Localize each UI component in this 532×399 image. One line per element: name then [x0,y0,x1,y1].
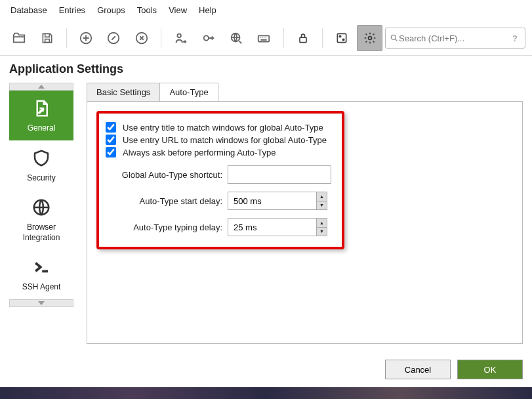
separator [66,28,67,48]
menu-view[interactable]: View [163,3,192,18]
cancel-button[interactable]: Cancel [385,360,451,379]
ok-button[interactable]: OK [457,360,523,379]
spinner-typing-delay: ▲ ▼ [228,218,327,236]
tabs: Basic Settings Auto-Type [87,83,523,102]
globe-icon [31,198,51,217]
globe-arrow-icon [229,31,243,45]
spinner-down[interactable]: ▼ [316,201,327,210]
copy-password-button[interactable] [195,25,220,51]
menu-groups[interactable]: Groups [92,3,131,18]
checkbox-always-ask[interactable] [106,147,116,158]
menubar: Database Entries Groups Tools View Help [0,0,532,21]
key-icon [201,31,216,45]
separator [283,28,284,48]
search-help-icon[interactable]: ? [509,32,521,44]
lock-icon [297,32,310,45]
tab-panel: Use entry title to match windows for glo… [87,101,523,344]
dice-icon [335,32,348,45]
svg-point-11 [342,39,344,41]
open-url-button[interactable] [224,25,249,51]
svg-rect-8 [300,37,306,42]
tab-basic-settings[interactable]: Basic Settings [87,83,160,102]
page-title: Application Settings [0,56,532,83]
sidebar-item-general[interactable]: General [9,91,73,140]
user-arrow-icon [173,31,188,45]
sidebar-item-ssh[interactable]: SSH Agent [9,249,73,299]
menu-help[interactable]: Help [194,3,222,18]
sidebar-item-browser[interactable]: Browser Integration [9,190,73,249]
menu-database[interactable]: Database [5,3,52,18]
spinner-start-delay: ▲ ▼ [228,192,327,210]
shield-icon [31,148,51,168]
checkbox-row-title-match: Use entry title to match windows for glo… [106,122,331,133]
sidebar-item-label: SSH Agent [22,282,61,293]
sidebar-item-label: General [28,123,56,134]
folder-open-icon [12,31,26,45]
terminal-icon [31,257,51,277]
dialog-footer: Cancel OK [385,360,523,379]
svg-point-12 [368,37,371,40]
row-start-delay: Auto-Type start delay: ▲ ▼ [106,192,331,210]
spinner-down[interactable]: ▼ [316,228,327,236]
spinner-up[interactable]: ▲ [316,219,327,228]
tab-auto-type[interactable]: Auto-Type [160,83,218,102]
checkbox-row-always-ask: Always ask before performing Auto-Type [106,147,331,158]
checkbox-label: Use entry URL to match windows for globa… [123,135,327,145]
checkbox-url-match[interactable] [106,135,116,145]
search-box[interactable]: ? [385,28,525,49]
save-db-button[interactable] [34,25,59,51]
lock-db-button[interactable] [291,25,316,51]
keyboard-icon [256,31,271,45]
sidebar-scroll-down[interactable] [9,299,73,307]
input-typing-delay[interactable] [228,219,316,236]
settings-button[interactable] [357,25,382,51]
autotype-button[interactable] [251,25,276,51]
spinner-up[interactable]: ▲ [316,192,327,201]
svg-point-10 [339,35,341,37]
chevron-up-icon [38,85,45,89]
sidebar-item-label: Security [27,173,55,184]
toolbar: ? [0,21,532,56]
row-global-shortcut: Global Auto-Type shortcut: [106,165,331,184]
label-typing-delay: Auto-Type typing delay: [106,222,222,232]
sidebar-item-security[interactable]: Security [9,140,73,190]
label-start-delay: Auto-Type start delay: [106,196,222,206]
row-typing-delay: Auto-Type typing delay: ▲ ▼ [106,218,331,236]
input-start-delay[interactable] [228,192,316,209]
sidebar-scroll-up[interactable] [9,83,73,91]
add-entry-button[interactable] [73,25,98,51]
settings-panel: Basic Settings Auto-Type Use entry title… [87,83,523,344]
copy-username-button[interactable] [168,25,193,51]
svg-rect-7 [258,35,270,41]
plus-circle-icon [79,31,93,45]
highlight-region: Use entry title to match windows for glo… [96,111,344,249]
close-circle-icon [134,31,149,45]
open-db-button[interactable] [7,25,31,51]
settings-sidebar: General Security Browser Integration SSH… [9,83,73,344]
separator [161,28,161,48]
svg-point-5 [203,35,208,40]
save-icon [41,32,54,45]
password-generator-button[interactable] [329,25,354,51]
input-global-shortcut[interactable] [228,165,331,184]
separator [322,28,323,48]
label-global-shortcut: Global Auto-Type shortcut: [106,170,222,180]
svg-point-4 [178,34,182,38]
edit-entry-button[interactable] [101,25,126,51]
document-icon [31,98,51,118]
sidebar-item-label: Browser Integration [12,222,71,243]
svg-rect-9 [338,33,346,42]
svg-point-13 [391,35,396,39]
content: General Security Browser Integration SSH… [0,83,532,353]
menu-entries[interactable]: Entries [54,3,91,18]
delete-entry-button[interactable] [129,25,154,51]
checkbox-title-match[interactable] [106,122,116,133]
svg-rect-0 [45,39,49,43]
search-input[interactable] [399,33,509,43]
desktop-background-strip [0,387,532,399]
edit-circle-icon [106,31,121,45]
search-icon [390,33,399,43]
chevron-down-icon [38,301,45,305]
menu-tools[interactable]: Tools [132,3,162,18]
checkbox-row-url-match: Use entry URL to match windows for globa… [106,135,331,145]
